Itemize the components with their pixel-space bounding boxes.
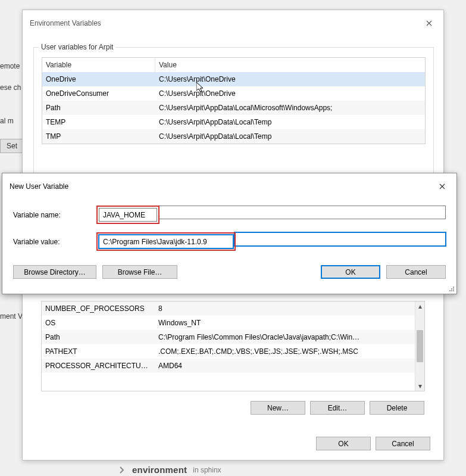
new-button[interactable]: New… bbox=[251, 401, 305, 415]
user-variables-table[interactable]: Variable Value OneDriveC:\Users\Arpit\On… bbox=[42, 57, 426, 144]
cell-variable: Path bbox=[42, 101, 155, 115]
col-value[interactable]: Value bbox=[155, 58, 425, 72]
table-row[interactable]: OSWindows_NT bbox=[42, 316, 415, 330]
svg-rect-2 bbox=[453, 288, 454, 290]
cancel-button[interactable]: Cancel bbox=[386, 265, 446, 279]
cell-variable: PATHEXT bbox=[42, 344, 155, 359]
cell-value: C:\Program Files\Common Files\Oracle\Jav… bbox=[155, 330, 415, 344]
cell-variable: TEMP bbox=[42, 115, 155, 129]
titlebar: Environment Variables bbox=[23, 10, 443, 36]
fragment-text: ment V bbox=[0, 312, 23, 321]
browse-file-button[interactable]: Browse File… bbox=[102, 265, 177, 279]
dialog-title: New User Variable bbox=[10, 182, 430, 191]
cell-variable: OneDrive bbox=[42, 72, 155, 86]
fragment-text: emote bbox=[0, 62, 20, 70]
cell-variable: Path bbox=[42, 330, 155, 344]
col-variable[interactable]: Variable bbox=[42, 58, 155, 72]
close-icon[interactable] bbox=[430, 178, 454, 195]
cell-value: .COM;.EXE;.BAT;.CMD;.VBS;.VBE;.JS;.JSE;.… bbox=[155, 344, 415, 359]
cell-variable: TMP bbox=[42, 129, 155, 144]
delete-button[interactable]: Delete bbox=[370, 401, 424, 415]
variable-name-input[interactable] bbox=[99, 208, 157, 222]
cell-variable: PROCESSOR_ARCHITECTU… bbox=[42, 359, 155, 373]
fragment-text: ese ch bbox=[0, 83, 21, 92]
cell-value: C:\Users\Arpit\AppData\Local\Temp bbox=[155, 129, 425, 144]
titlebar: New User Variable bbox=[2, 173, 456, 200]
cell-value: C:\Users\Arpit\OneDrive bbox=[155, 86, 425, 101]
variable-name-label: Variable name: bbox=[13, 211, 96, 219]
svg-rect-3 bbox=[449, 290, 451, 291]
dialog-footer: OK Cancel bbox=[316, 437, 430, 450]
variable-value-input[interactable] bbox=[99, 235, 233, 248]
resize-grip-icon[interactable] bbox=[448, 285, 455, 293]
scroll-thumb[interactable] bbox=[417, 330, 423, 362]
table-row[interactable]: PathC:\Program Files\Common Files\Oracle… bbox=[42, 330, 415, 344]
cell-value: 8 bbox=[155, 301, 415, 316]
variable-name-input-ext[interactable] bbox=[158, 206, 446, 219]
table-row[interactable]: PROCESSOR_ARCHITECTU…AMD64 bbox=[42, 359, 415, 373]
table-row[interactable]: TEMPC:\Users\Arpit\AppData\Local\Temp bbox=[42, 115, 425, 129]
table-header: Variable Value bbox=[42, 58, 425, 72]
scroll-down-icon[interactable]: ▾ bbox=[415, 381, 424, 391]
scrollbar[interactable]: ▴ ▾ bbox=[415, 301, 424, 391]
variable-value-label: Variable value: bbox=[13, 238, 96, 246]
fragment-text: al m bbox=[0, 117, 14, 125]
environment-label: environment bbox=[132, 465, 187, 475]
cell-variable: OneDriveConsumer bbox=[42, 86, 155, 101]
chevron-right-icon bbox=[118, 466, 126, 474]
cell-value: Windows_NT bbox=[155, 316, 415, 330]
system-action-row: New… Edit… Delete bbox=[251, 401, 424, 415]
scroll-up-icon[interactable]: ▴ bbox=[415, 301, 424, 311]
cell-value: C:\Users\Arpit\AppData\Local\Temp bbox=[155, 115, 425, 129]
table-row[interactable]: TMPC:\Users\Arpit\AppData\Local\Temp bbox=[42, 129, 425, 144]
cursor-icon bbox=[196, 82, 206, 94]
cell-value: C:\Users\Arpit\OneDrive bbox=[155, 72, 425, 86]
ok-button[interactable]: OK bbox=[316, 437, 371, 450]
table-row[interactable]: NUMBER_OF_PROCESSORS8 bbox=[42, 301, 415, 316]
environment-sub: in sphinx bbox=[193, 466, 221, 474]
edit-button[interactable]: Edit… bbox=[310, 401, 365, 415]
cancel-button[interactable]: Cancel bbox=[376, 437, 430, 450]
variable-value-input-ext[interactable] bbox=[234, 232, 446, 246]
new-user-variable-dialog: New User Variable Variable name: Variabl… bbox=[2, 173, 457, 294]
close-icon[interactable] bbox=[417, 15, 441, 32]
svg-rect-1 bbox=[451, 288, 452, 290]
dialog-title: Environment Variables bbox=[30, 19, 417, 27]
table-row[interactable]: PathC:\Users\Arpit\AppData\Local\Microso… bbox=[42, 101, 425, 115]
user-group-legend: User variables for Arpit bbox=[39, 43, 115, 51]
cell-value: AMD64 bbox=[155, 359, 415, 373]
svg-rect-5 bbox=[453, 290, 454, 291]
ok-button[interactable]: OK bbox=[321, 265, 380, 279]
cell-variable: OS bbox=[42, 316, 155, 330]
table-row[interactable]: OneDriveC:\Users\Arpit\OneDrive bbox=[42, 72, 425, 86]
browse-directory-button[interactable]: Browse Directory… bbox=[13, 265, 96, 279]
system-variables-list[interactable]: NUMBER_OF_PROCESSORS8OSWindows_NTPathC:\… bbox=[41, 301, 425, 391]
table-row[interactable]: OneDriveConsumerC:\Users\Arpit\OneDrive bbox=[42, 86, 425, 101]
svg-rect-0 bbox=[453, 287, 454, 288]
svg-rect-4 bbox=[451, 290, 452, 291]
settings-button-fragment[interactable]: Set bbox=[0, 139, 24, 153]
table-row[interactable]: PATHEXT.COM;.EXE;.BAT;.CMD;.VBS;.VBE;.JS… bbox=[42, 344, 415, 359]
cell-variable: NUMBER_OF_PROCESSORS bbox=[42, 301, 155, 316]
bottom-search-fragment: environment in sphinx bbox=[118, 465, 221, 475]
cell-value: C:\Users\Arpit\AppData\Local\Microsoft\W… bbox=[155, 101, 425, 115]
